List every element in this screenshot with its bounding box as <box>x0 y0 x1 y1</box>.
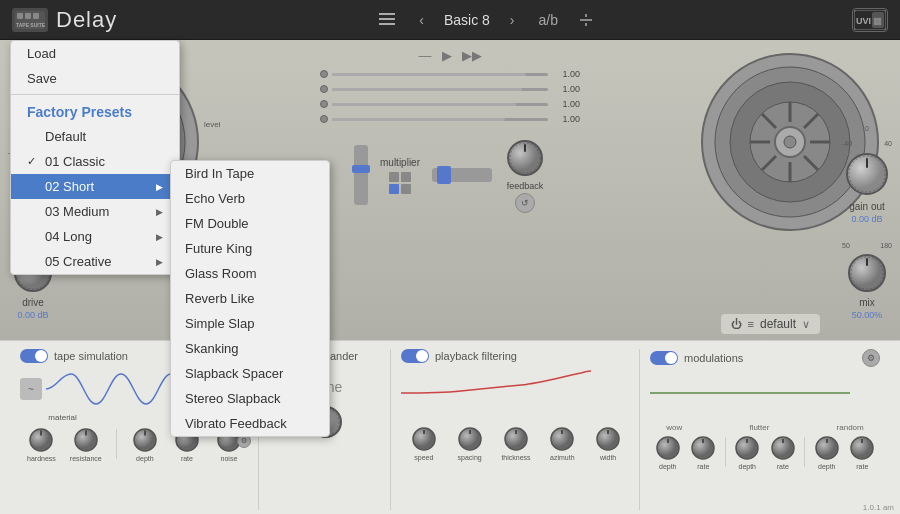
slider-track-2[interactable] <box>332 88 548 91</box>
filter-curve-svg <box>401 369 591 417</box>
wow-rate-knob[interactable] <box>689 434 717 462</box>
play-icon[interactable]: ▶ <box>442 48 452 63</box>
random-label: random <box>837 423 864 432</box>
menu-save[interactable]: Save <box>11 66 179 91</box>
dropdown-menu[interactable]: Load Save Factory Presets Default ✓ 01 C… <box>10 40 180 275</box>
flutter-depth-knob[interactable] <box>733 434 761 462</box>
flutter-rate-label: rate <box>777 463 789 470</box>
submenu-vibrato-feedback[interactable]: Vibrato Feedback <box>171 411 329 436</box>
slider-row-2: 1.00 <box>320 84 580 94</box>
submenu-reverb-like[interactable]: Reverb Like <box>171 286 329 311</box>
submenu-fm-double[interactable]: FM Double <box>171 211 329 236</box>
menu-02-short[interactable]: 02 Short <box>11 174 179 199</box>
menu-02-text: 02 Short <box>45 179 152 194</box>
submenu-slapback-spacer[interactable]: Slapback Spacer <box>171 361 329 386</box>
submenu-glass-room[interactable]: Glass Room <box>171 261 329 286</box>
mod-settings-icon[interactable]: ⚙ <box>862 349 880 367</box>
drive-label: drive <box>22 297 44 308</box>
thickness-knob[interactable] <box>502 425 530 453</box>
slider-track-4[interactable] <box>332 118 548 121</box>
random-depth-knob[interactable] <box>813 434 841 462</box>
logo-box: TAPE SUITE <box>12 8 48 32</box>
wow-depth-knob[interactable] <box>654 434 682 462</box>
menu-default[interactable]: Default <box>11 124 179 149</box>
hardness-knob[interactable] <box>27 426 55 454</box>
width-knob[interactable] <box>594 425 622 453</box>
slider-dot-4 <box>320 115 328 123</box>
pan-slider[interactable] <box>432 168 492 182</box>
checkmark-02 <box>27 181 41 193</box>
level-label: level <box>204 120 220 129</box>
resistance-label: resistance <box>70 455 102 462</box>
menu-load[interactable]: Load <box>11 41 179 66</box>
flutter-depth-label: depth <box>738 463 756 470</box>
playback-toggle-row: playback filtering <box>401 349 631 363</box>
list-icon[interactable]: ≡ <box>748 318 754 330</box>
gain-out-value: 0.00 dB <box>851 214 882 224</box>
playback-filtering-section: playback filtering speed spacing thickne… <box>393 349 640 510</box>
submenu-echo-verb[interactable]: Echo Verb <box>171 186 329 211</box>
slider-row-1: 1.00 <box>320 69 580 79</box>
menu-05-creative[interactable]: 05 Creative <box>11 249 179 274</box>
feedback-knob[interactable] <box>504 137 546 179</box>
bottom-sections: tape simulation ~ material | degrade har… <box>12 349 888 510</box>
toggle-4[interactable] <box>401 184 411 194</box>
svg-text:UVI: UVI <box>856 16 871 26</box>
mod-knobs-row: depth rate depth rate dept <box>650 434 880 470</box>
knob-speed: speed <box>410 425 438 461</box>
mix-knob[interactable] <box>845 251 889 295</box>
checkmark-space <box>27 131 41 143</box>
menu-04-long[interactable]: 04 Long <box>11 224 179 249</box>
waveform-icon: ~ <box>20 378 42 400</box>
level-fader[interactable] <box>354 145 368 205</box>
skip-icon[interactable]: ▶▶ <box>462 48 482 63</box>
knob-random-rate: rate <box>848 434 876 470</box>
hamburger-menu-btn[interactable] <box>375 10 399 30</box>
resistance-knob[interactable] <box>72 426 100 454</box>
chevron-down-icon[interactable]: ∨ <box>802 318 810 331</box>
svg-text:▦: ▦ <box>873 16 882 26</box>
svg-rect-3 <box>33 13 39 19</box>
nav-back-btn[interactable]: ‹ <box>415 10 428 30</box>
flutter-rate-knob[interactable] <box>769 434 797 462</box>
azimuth-knob[interactable] <box>548 425 576 453</box>
material-label: material <box>48 413 76 422</box>
tape-sim-toggle[interactable] <box>20 349 48 363</box>
slider-track-1[interactable] <box>332 73 548 76</box>
sync-icon[interactable]: ↺ <box>515 193 535 213</box>
checkmark-04 <box>27 231 41 243</box>
toggle-2[interactable] <box>401 172 411 182</box>
knob-hardness: hardness <box>27 426 56 462</box>
playback-toggle[interactable] <box>401 349 429 363</box>
ab-btn[interactable]: a/b <box>535 10 562 30</box>
menu-03-medium[interactable]: 03 Medium <box>11 199 179 224</box>
submenu-skanking[interactable]: Skanking <box>171 336 329 361</box>
submenu-bird-in-tape[interactable]: Bird In Tape <box>171 161 329 186</box>
stop-icon[interactable]: — <box>419 48 432 63</box>
modulations-toggle[interactable] <box>650 351 678 365</box>
separator-tape <box>116 429 117 459</box>
submenu-future-king[interactable]: Future King <box>171 236 329 261</box>
sep-mod-2 <box>804 437 805 467</box>
toggle-3[interactable] <box>389 184 399 194</box>
submenu[interactable]: Bird In Tape Echo Verb FM Double Future … <box>170 160 330 437</box>
menu-01-classic[interactable]: ✓ 01 Classic <box>11 149 179 174</box>
knob-thickness: thickness <box>501 425 530 461</box>
submenu-stereo-slapback[interactable]: Stereo Slapback <box>171 386 329 411</box>
slider-track-3[interactable] <box>332 103 548 106</box>
gain-out-knob[interactable] <box>842 149 892 199</box>
power-icon[interactable]: ⏻ <box>731 318 742 330</box>
submenu-simple-slap[interactable]: Simple Slap <box>171 311 329 336</box>
nav-forward-btn[interactable]: › <box>506 10 519 30</box>
depth-tape-knob[interactable] <box>131 426 159 454</box>
mix-value: 50.00% <box>852 310 883 320</box>
gain-out-group: -40 40 gain out 0.00 dB <box>842 140 892 224</box>
knob-depth-tape: depth <box>131 426 159 462</box>
speed-knob[interactable] <box>410 425 438 453</box>
slider-dot-1 <box>320 70 328 78</box>
random-rate-knob[interactable] <box>848 434 876 462</box>
spacing-knob[interactable] <box>456 425 484 453</box>
speed-label: speed <box>414 454 433 461</box>
toggle-1[interactable] <box>389 172 399 182</box>
slider-value-3: 1.00 <box>552 99 580 109</box>
